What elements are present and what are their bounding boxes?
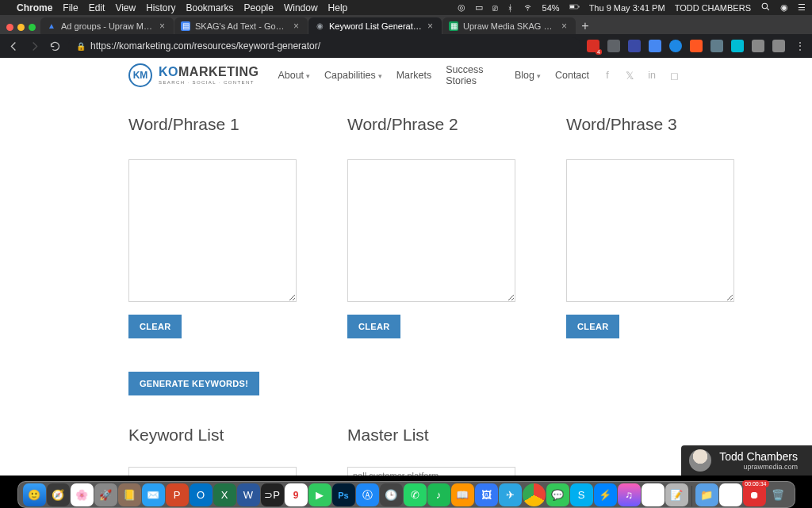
address-bar[interactable]: 🔒 https://komarketing.com/resources/keyw… [68,37,580,55]
close-window-button[interactable] [6,24,13,31]
dock-app-photos[interactable]: 🌸 [71,483,94,506]
twitter-icon[interactable]: 𝕏 [626,70,634,82]
browser-tab[interactable]: ▲ Ad groups - Upraw Media - Go × [40,17,174,34]
dock-app-word[interactable]: W [237,483,260,506]
minimize-window-button[interactable] [17,24,25,31]
dock-app-excel[interactable]: X [213,483,236,506]
nav-link-success-stories[interactable]: Success Stories [446,64,500,86]
facebook-icon[interactable]: f [603,70,611,81]
menubar-notif-icon[interactable]: ☰ [798,2,806,13]
nav-link-contact[interactable]: Contact [555,70,589,81]
dock-app-mail[interactable]: ✉️ [142,483,165,506]
dock-app-imsg[interactable]: 💬 [546,483,569,506]
clear-button-2[interactable]: CLEAR [347,315,400,338]
keyword-list-output[interactable] [128,467,297,476]
clear-button-3[interactable]: CLEAR [566,315,619,338]
nav-link-capabilities[interactable]: Capabilities▾ [324,70,382,81]
page-scroll[interactable]: KM KOMARKETING SEARCH · SOCIAL · CONTENT… [0,58,812,476]
dock-app-powerpoint[interactable]: P [166,483,189,506]
nav-link-blog[interactable]: Blog▾ [515,70,541,81]
new-tab-button[interactable]: + [576,18,594,34]
menubar-wifi-icon[interactable] [523,2,533,13]
dock-app-launchpad[interactable]: 🚀 [94,483,117,506]
nav-link-markets[interactable]: Markets [396,70,431,81]
phrase-input-2[interactable] [347,159,515,302]
master-list-output[interactable]: poll customer platform [347,467,515,476]
ext-icon[interactable] [710,40,723,52]
menubar-datetime[interactable]: Thu 9 May 3:41 PM [589,3,665,13]
dock-app-preview[interactable]: 🖼 [475,483,498,506]
dock-app-google-ads[interactable]: ▲ [719,483,742,506]
menubar-item[interactable]: History [146,2,175,13]
close-tab-icon[interactable]: × [293,21,301,32]
phrase-input-1[interactable] [128,159,297,302]
mac-dock-area: 🙂 🧭 🌸 🚀 📒 ✉️ P O X W ⊃P 9 ▶ Ps Ⓐ 🕒 ✆ ♪ 📖… [0,476,812,508]
dock-app-screenrecorder[interactable]: 00:00:34⏺ [743,483,766,506]
dock-app-trash[interactable]: 🗑️ [767,483,790,506]
dock-app-spotify[interactable]: ♪ [427,483,450,506]
menubar-siri-icon[interactable]: ◉ [780,2,788,13]
instagram-icon[interactable]: ◻ [670,70,679,82]
ext-icon[interactable] [628,40,641,52]
nav-reload-button[interactable] [48,39,62,53]
zoom-window-button[interactable] [29,24,36,31]
menubar-item[interactable]: People [244,2,274,13]
dock-app-contacts[interactable]: 📒 [118,483,141,506]
dock-app-books[interactable]: 📖 [451,483,474,506]
phrase-input-3[interactable] [566,159,734,302]
menubar-item[interactable]: Bookmarks [186,2,234,13]
dock-app-telegram[interactable]: ✈ [499,483,522,506]
dock-app-whatsapp[interactable]: ✆ [404,483,427,506]
ext-icon[interactable] [669,40,682,52]
menubar-item[interactable]: Window [284,2,318,13]
menubar-item[interactable]: Help [328,2,348,13]
dock-app-appstore[interactable]: Ⓐ [356,483,379,506]
dock-app-skype[interactable]: S [570,483,593,506]
dock-app-outlook[interactable]: O [190,483,213,506]
site-logo[interactable]: KM KOMARKETING SEARCH · SOCIAL · CONTENT [128,63,259,87]
ext-icon[interactable] [752,40,764,52]
dock-app-notes[interactable]: 📝 [665,483,688,506]
dock-app-facetime[interactable]: ▶ [308,483,331,506]
menubar-user[interactable]: TODD CHAMBERS [675,3,751,13]
ext-icon[interactable] [587,40,599,52]
menubar-item[interactable]: Edit [89,2,105,13]
linkedin-icon[interactable]: in [648,70,656,81]
dock-app-finder[interactable]: 🙂 [23,483,46,506]
nav-forward-button[interactable] [27,39,41,53]
ext-icon[interactable] [649,40,661,52]
ext-icon[interactable] [731,40,744,52]
nav-link-about[interactable]: About▾ [278,70,310,81]
menubar-item[interactable]: File [63,2,78,13]
dock-app-messenger[interactable]: ⚡ [594,483,617,506]
menubar-display-icon[interactable]: ⎚ [492,3,498,13]
menubar-bluetooth-icon[interactable]: ᚼ [508,3,513,13]
nav-back-button[interactable] [6,39,21,53]
dock-app-calendar[interactable]: 9 [285,483,308,506]
browser-tab-active[interactable]: ◉ Keyword List Generation Tool × [308,17,442,34]
browser-tab[interactable]: ▤ SKAG's Ad Text - Google Docs × [174,17,308,34]
menubar-search-icon[interactable] [760,2,771,13]
close-tab-icon[interactable]: × [159,21,167,32]
dock-app-safari[interactable]: 🧭 [47,483,70,506]
browser-tab[interactable]: ▦ Upraw Media SKAG Builder - G × [442,17,576,34]
dock-app-slack[interactable]: ✦ [642,483,665,506]
generate-keywords-button[interactable]: GENERATE KEYWORDS! [128,372,259,395]
profile-avatar[interactable] [772,40,785,52]
close-tab-icon[interactable]: × [427,21,435,32]
dock-app-folder[interactable]: 📁 [695,483,718,506]
ext-icon[interactable] [690,40,703,52]
ext-icon[interactable] [607,40,620,52]
menubar-cc-icon[interactable]: ◎ [458,2,465,13]
dock-app-unknown-p[interactable]: ⊃P [261,483,284,506]
menubar-item[interactable]: View [115,2,136,13]
dock-app-chrome[interactable] [523,483,546,506]
menubar-airplay-icon[interactable]: ▭ [475,2,483,13]
close-tab-icon[interactable]: × [561,21,569,32]
dock-app-clock[interactable]: 🕒 [380,483,403,506]
menubar-app[interactable]: Chrome [17,2,52,13]
dock-app-itunes[interactable]: ♫ [618,483,641,506]
dock-app-photoshop[interactable]: Ps [332,483,355,506]
chrome-menu-button[interactable]: ⋮ [793,40,806,52]
clear-button-1[interactable]: CLEAR [128,315,182,338]
